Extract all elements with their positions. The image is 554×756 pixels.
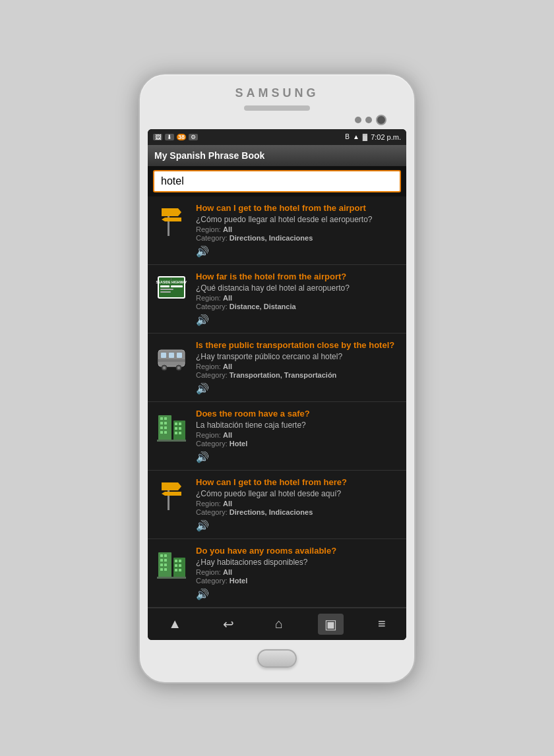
status-bar: 🖼 ⬇ 38 ⚙ B ▲ ▓ 7:02 p.m. <box>148 129 406 145</box>
audio-icon[interactable]: 🔊 <box>196 588 209 600</box>
wifi-icon: ▲ <box>353 133 359 140</box>
screen: 🖼 ⬇ 38 ⚙ B ▲ ▓ 7:02 p.m. My Spanish Phra… <box>148 129 406 640</box>
result-category: Category: Directions, Indicaciones <box>196 508 401 516</box>
camera-row <box>148 115 406 125</box>
svg-rect-16 <box>158 359 185 362</box>
result-subtitle: ¿Cómo puedo llegar al hotel desde aquí? <box>196 489 401 498</box>
svg-rect-9 <box>160 291 171 293</box>
result-title: How can I get to the hotel from the airp… <box>196 203 401 213</box>
sensor-dot <box>355 117 361 123</box>
status-left-icons: 🖼 ⬇ 38 ⚙ <box>153 134 198 140</box>
directions-icon2 <box>153 477 189 513</box>
result-category: Category: Directions, Indicaciones <box>196 234 401 242</box>
svg-rect-23 <box>164 417 167 420</box>
app-title: My Spanish Phrase Book <box>154 150 264 161</box>
physical-home-button[interactable] <box>257 649 297 668</box>
result-content: Do you have any rooms available? ¿Hay ha… <box>196 546 401 600</box>
list-item[interactable]: Do you have any rooms available? ¿Hay ha… <box>148 539 406 608</box>
menu-button[interactable]: ≡ <box>371 614 392 634</box>
result-region: Region: All <box>196 500 401 508</box>
sensor-dot2 <box>365 117 372 123</box>
audio-icon[interactable]: 🔊 <box>196 245 209 258</box>
svg-rect-53 <box>175 564 177 567</box>
svg-rect-14 <box>169 353 174 358</box>
time-display: 7:02 p.m. <box>371 133 401 141</box>
building-icon <box>153 409 189 445</box>
search-input[interactable] <box>153 170 401 192</box>
battery-icon: ▓ <box>363 133 367 140</box>
back-button[interactable]: ↩ <box>216 614 241 635</box>
result-title: Does the room have a safe? <box>196 409 401 419</box>
result-subtitle: ¿Hay transporte público cercano al hotel… <box>196 352 401 361</box>
list-item[interactable]: How can I get to the hotel from the airp… <box>148 196 406 265</box>
result-region: Region: All <box>196 225 401 233</box>
results-list: How can I get to the hotel from the airp… <box>148 196 406 608</box>
result-region: Region: All <box>196 363 401 370</box>
svg-marker-2 <box>162 218 181 221</box>
result-content: How can I get to the hotel from the airp… <box>196 203 401 258</box>
result-content: Does the room have a safe? La habitación… <box>196 409 401 463</box>
phone-brand: SAMSUNG <box>148 86 406 100</box>
notification-icon: 🖼 <box>153 134 162 140</box>
list-item[interactable]: Is there public transportation close by … <box>148 334 406 402</box>
download-icon: ⬇ <box>165 134 174 140</box>
svg-rect-31 <box>175 422 177 425</box>
result-title: Is there public transportation close by … <box>196 340 401 350</box>
speaker <box>244 105 310 111</box>
svg-rect-57 <box>157 577 186 579</box>
building-icon2 <box>153 546 189 582</box>
svg-rect-11 <box>158 350 185 366</box>
svg-rect-45 <box>164 559 167 562</box>
svg-rect-54 <box>179 564 181 567</box>
result-subtitle: ¿Qué distancia hay del hotel al aeropuer… <box>196 283 401 293</box>
result-region: Region: All <box>196 294 401 302</box>
svg-rect-37 <box>157 440 186 442</box>
svg-rect-34 <box>179 427 181 430</box>
svg-rect-32 <box>179 422 181 425</box>
svg-rect-48 <box>160 568 163 571</box>
svg-rect-7 <box>171 285 183 287</box>
bottom-nav: ▲ ↩ ⌂ ▣ ≡ <box>148 608 406 640</box>
audio-icon[interactable]: 🔊 <box>196 451 209 463</box>
app-title-bar: My Spanish Phrase Book <box>148 145 406 166</box>
svg-rect-25 <box>164 422 167 424</box>
svg-point-20 <box>177 366 180 369</box>
svg-rect-36 <box>179 432 181 434</box>
svg-rect-35 <box>175 432 177 434</box>
audio-icon[interactable]: 🔊 <box>196 519 209 532</box>
phone-frame: SAMSUNG 🖼 ⬇ 38 ⚙ B ▲ ▓ 7:02 p.m. My Span… <box>138 73 416 683</box>
settings-icon: ⚙ <box>189 134 198 140</box>
audio-icon[interactable]: 🔊 <box>196 382 209 395</box>
audio-icon[interactable]: 🔊 <box>196 314 209 326</box>
svg-rect-24 <box>160 422 163 424</box>
result-category: Category: Transportation, Transportación <box>196 371 401 379</box>
home-button-row <box>148 649 406 668</box>
svg-rect-6 <box>160 285 169 287</box>
status-right-icons: B ▲ ▓ 7:02 p.m. <box>345 133 401 141</box>
list-item[interactable]: SEASIDE HIGHWAY How far is the hotel fro… <box>148 265 406 334</box>
result-title: Do you have any rooms available? <box>196 546 401 556</box>
power-nav-button[interactable]: ▲ <box>162 614 188 634</box>
home-button[interactable]: ⌂ <box>268 614 290 634</box>
recents-button[interactable]: ▣ <box>318 614 344 635</box>
svg-rect-44 <box>160 559 163 562</box>
svg-rect-29 <box>164 431 167 434</box>
result-content: Is there public transportation close by … <box>196 340 401 395</box>
list-item[interactable]: How can I get to the hotel from here? ¿C… <box>148 471 406 539</box>
bluetooth-icon: B <box>345 133 350 140</box>
result-title: How far is the hotel from the airport? <box>196 272 401 281</box>
bus-icon <box>153 340 189 376</box>
svg-rect-51 <box>175 560 177 562</box>
result-region: Region: All <box>196 431 401 439</box>
svg-rect-22 <box>160 417 163 420</box>
list-item[interactable]: Does the room have a safe? La habitación… <box>148 402 406 471</box>
search-bar-container <box>148 166 406 196</box>
svg-rect-55 <box>175 569 177 571</box>
svg-rect-33 <box>175 427 177 430</box>
svg-marker-40 <box>162 492 181 496</box>
result-category: Category: Hotel <box>196 577 401 585</box>
svg-rect-46 <box>160 564 163 566</box>
result-subtitle: ¿Hay habitaciones disponibles? <box>196 558 401 567</box>
svg-rect-49 <box>164 568 167 571</box>
svg-rect-56 <box>179 569 181 571</box>
